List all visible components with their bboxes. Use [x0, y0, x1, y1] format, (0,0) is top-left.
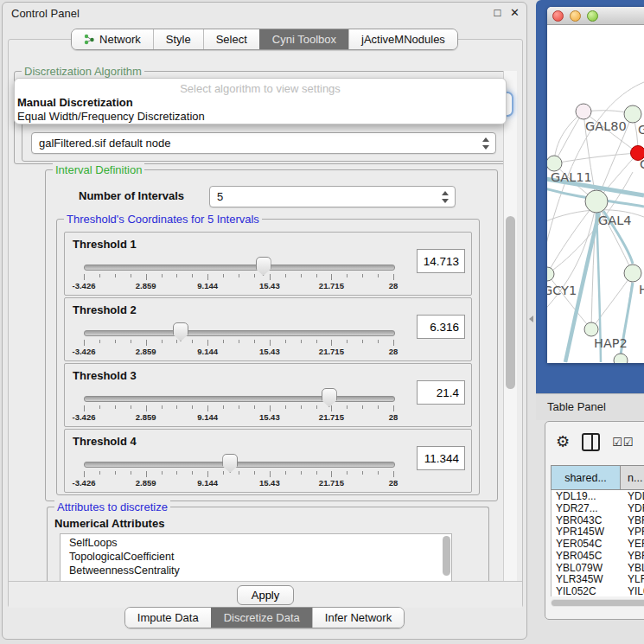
tab-network[interactable]: Network	[72, 29, 153, 49]
bottom-tab-impute-data[interactable]: Impute Data	[125, 608, 211, 628]
float-window-icon[interactable]: □	[494, 6, 501, 19]
table-row[interactable]: YDL19...YDL1	[552, 490, 644, 502]
table-row[interactable]: YDR27...YDR2	[552, 502, 644, 514]
number-of-intervals-combobox[interactable]: 5	[209, 186, 456, 207]
network-node-green[interactable]	[624, 265, 641, 282]
bottom-tab-infer-network[interactable]: Infer Network	[312, 608, 404, 628]
slider-tick-label: 28	[389, 281, 399, 290]
slider-tick	[393, 274, 394, 280]
node-label: GCY1	[547, 284, 577, 297]
network-desktop-frame: GAL80GACGAL11GAL4GCY1HHAP2	[536, 0, 644, 393]
slider-track[interactable]	[84, 462, 395, 468]
slider-thumb[interactable]	[256, 257, 271, 276]
slider-tick	[192, 340, 193, 343]
algorithm-item-equal-width[interactable]: Equal Width/Frequency Discretization	[17, 110, 205, 123]
network-node-pink[interactable]	[576, 104, 591, 119]
table-row[interactable]: YBR043CYBR0	[552, 514, 644, 526]
algorithm-item-manual[interactable]: Manual Discretization	[17, 96, 133, 109]
slider-tick	[239, 340, 239, 343]
table-row[interactable]: YBR045CYBR0	[552, 550, 644, 562]
slider-track[interactable]	[84, 396, 395, 402]
panel-resize-handle[interactable]	[529, 316, 533, 322]
cell-shared-name: YPR145W	[552, 526, 620, 538]
slider-tick	[347, 405, 348, 409]
columns-icon[interactable]	[582, 433, 600, 451]
slider-track[interactable]	[84, 330, 395, 336]
table-row[interactable]: YIL052CYIL0	[552, 585, 644, 596]
slider-tick	[115, 471, 116, 475]
slider-thumb[interactable]	[222, 454, 238, 473]
column-header-name[interactable]: n...	[621, 465, 644, 490]
cell-name: YLR3	[620, 573, 644, 585]
column-header-shared[interactable]: shared...	[551, 465, 621, 490]
slider-tick	[316, 274, 317, 277]
tab-select[interactable]: Select	[203, 29, 259, 49]
content-scrollbar-thumb[interactable]	[506, 216, 515, 389]
discretization-algorithm-title: Discretization Algorithm	[22, 65, 144, 78]
network-edge[interactable]	[554, 112, 583, 163]
threshold-value-input[interactable]	[417, 249, 465, 273]
numerical-attributes-list[interactable]: SelfLoopsTopologicalCoefficientBetweenne…	[60, 533, 452, 582]
slider-tick-label: 21.715	[319, 281, 344, 290]
attributes-list-scrollbar[interactable]	[443, 536, 450, 576]
network-node-green[interactable]	[547, 156, 562, 171]
gear-icon[interactable]: ⚙	[556, 434, 570, 450]
slider-track[interactable]	[84, 265, 395, 271]
slider-tick	[301, 274, 302, 277]
node-label: HAP2	[594, 336, 628, 350]
slider-tick	[362, 405, 363, 409]
zoom-traffic-light-icon[interactable]	[587, 10, 598, 22]
network-node-green[interactable]	[614, 354, 628, 363]
network-node-green[interactable]	[547, 267, 554, 281]
table-hscrollbar-thumb[interactable]	[552, 600, 644, 606]
cell-shared-name: YLR345W	[552, 573, 620, 585]
slider-tick	[331, 274, 332, 280]
network-node-green[interactable]	[624, 105, 641, 123]
slider-tick	[378, 340, 379, 343]
slider-tick	[131, 405, 131, 409]
content-scrollbar[interactable]	[503, 71, 517, 581]
tab-style[interactable]: Style	[153, 29, 203, 49]
slider-tick	[162, 471, 163, 475]
network-node-green[interactable]	[585, 190, 608, 213]
slider-tick-label: -3.426	[73, 478, 96, 488]
network-canvas[interactable]: GAL80GACGAL11GAL4GCY1HHAP2	[547, 25, 644, 363]
slider-tick-label: 21.715	[319, 478, 344, 488]
threshold-label: Threshold 1	[73, 238, 137, 251]
table-horizontal-scrollbar[interactable]	[551, 599, 644, 607]
network-node-green[interactable]	[584, 322, 598, 336]
attribute-list-item[interactable]: SelfLoops	[61, 536, 451, 550]
table-row[interactable]: YBL079WYBL0	[552, 562, 644, 574]
slider-tick	[393, 340, 394, 346]
algorithm-placeholder-item[interactable]: Select algorithm to view settings	[15, 82, 506, 95]
slider-tick-label: 9.144	[197, 281, 218, 290]
combo-stepper-icon	[481, 137, 489, 150]
slider-thumb[interactable]	[322, 388, 337, 407]
apply-button[interactable]: Apply	[237, 585, 295, 605]
network-view-window[interactable]: GAL80GACGAL11GAL4GCY1HHAP2	[547, 7, 644, 363]
close-traffic-light-icon[interactable]	[552, 10, 564, 22]
tab-jactivemnodules[interactable]: jActiveMNodules	[348, 29, 457, 49]
slider-thumb[interactable]	[173, 322, 188, 341]
table-row[interactable]: YLR345WYLR3	[552, 574, 644, 586]
table-row[interactable]: YER054CYER0	[552, 538, 644, 550]
table-data-combobox[interactable]: galFiltered.sif default node	[31, 132, 496, 154]
bottom-tab-discretize-data[interactable]: Discretize Data	[211, 608, 312, 628]
threshold-value-input[interactable]	[417, 315, 465, 339]
cell-name: YIL0	[620, 585, 644, 596]
slider-tick-label: 15.43	[259, 478, 280, 488]
minimize-traffic-light-icon[interactable]	[570, 10, 581, 22]
close-icon[interactable]: ✕	[510, 6, 520, 19]
threshold-section: Threshold 3-3.4262.8599.14415.4321.71528	[64, 363, 472, 427]
attribute-list-item[interactable]: TopologicalCoefficient	[61, 550, 451, 564]
checkbox-icons[interactable]: ☑☑	[612, 436, 634, 449]
slider-tick	[378, 471, 379, 475]
threshold-value-input[interactable]	[417, 380, 465, 405]
slider-tick-label: 28	[389, 478, 399, 488]
tab-cyni-toolbox[interactable]: Cyni Toolbox	[259, 29, 348, 49]
attribute-list-item[interactable]: BetweennessCentrality	[61, 564, 451, 577]
threshold-value-input[interactable]	[417, 446, 465, 470]
network-edge[interactable]	[554, 153, 638, 163]
slider-tick	[362, 274, 363, 277]
table-row[interactable]: YPR145WYPR1	[552, 526, 644, 538]
